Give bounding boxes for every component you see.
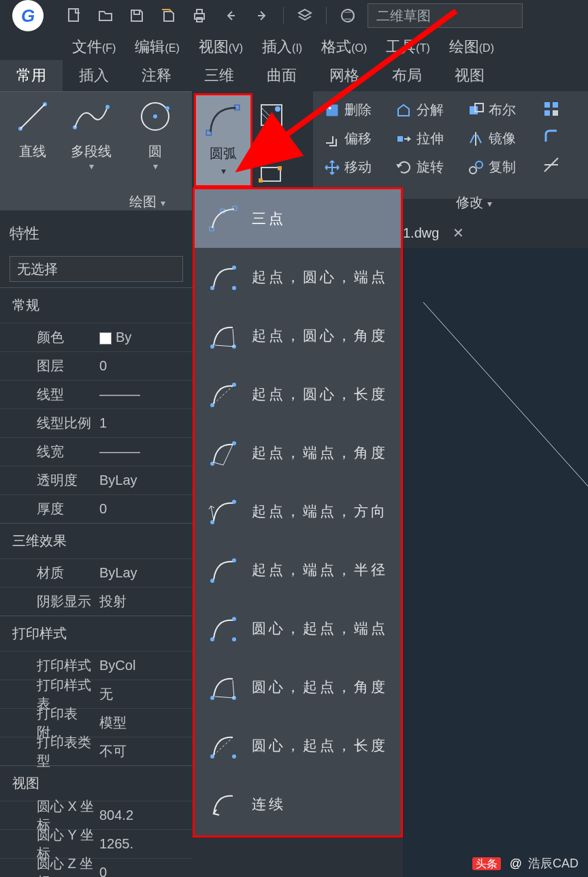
arc-cse[interactable]: 圆心，起点，端点 [195, 599, 401, 658]
arc-ser[interactable]: 起点，端点，半径 [195, 541, 401, 599]
prop-thickness[interactable]: 厚度0 [0, 494, 193, 523]
prop-shadow[interactable]: 阴影显示投射 [0, 587, 193, 616]
arc-dropdown: 三点 起点，圆心，端点 起点，圆心，角度 起点，圆心，长度 起点，端点，角度 起… [193, 187, 403, 838]
menu-file[interactable]: 文件(F) [68, 37, 120, 57]
menu-format[interactable]: 格式(O) [317, 37, 371, 57]
arc-csl-label: 圆心，起点，长度 [252, 736, 388, 755]
ellipse-icon[interactable] [257, 131, 287, 161]
tab-mesh[interactable]: 网格 [313, 60, 376, 91]
menu-tools[interactable]: 工具(T) [382, 37, 434, 57]
svg-rect-3 [197, 10, 202, 14]
offset-button[interactable]: 偏移 [324, 129, 372, 148]
tab-layout[interactable]: 布局 [376, 60, 438, 91]
close-icon[interactable]: ✕ [453, 225, 464, 241]
bool-button[interactable]: 布尔 [468, 101, 516, 119]
print-icon[interactable] [188, 4, 211, 27]
save-icon[interactable] [125, 4, 148, 27]
watermark-name: 浩辰CAD [528, 857, 578, 870]
undo-icon[interactable] [219, 4, 242, 27]
svg-rect-1 [134, 10, 140, 14]
svg-line-64 [233, 680, 234, 698]
app-logo: G [12, 0, 44, 31]
trim-icon[interactable] [543, 157, 561, 174]
arc-scl[interactable]: 起点，圆心，长度 [195, 365, 401, 424]
grid-icon[interactable] [543, 101, 561, 118]
redo-icon[interactable] [250, 4, 274, 27]
group-general[interactable]: 常规 [0, 287, 193, 323]
tab-home[interactable]: 常用 [0, 60, 63, 91]
workspace-select[interactable]: 二维草图 [368, 3, 523, 28]
prop-linetype[interactable]: 线型——— [0, 380, 193, 409]
selection-dropdown[interactable]: 无选择 [10, 256, 183, 282]
group-view[interactable]: 视图 [0, 765, 193, 801]
prop-transparency[interactable]: 透明度ByLay [0, 466, 193, 494]
new-icon[interactable] [63, 4, 86, 27]
document-tab[interactable]: 1.dwg ✕ [403, 221, 464, 245]
fillet-icon[interactable] [543, 128, 561, 146]
svg-point-41 [232, 286, 236, 290]
svg-rect-24 [278, 166, 282, 170]
svg-rect-25 [470, 106, 478, 114]
chevron-down-icon: ▾ [64, 161, 118, 172]
help-icon[interactable] [336, 4, 359, 27]
circle-button[interactable]: 圆 ▾ [135, 97, 176, 172]
copy-button[interactable]: 复制 [468, 158, 516, 176]
svg-point-29 [476, 161, 483, 168]
menu-edit[interactable]: 编辑(E) [131, 37, 183, 57]
tab-annotate[interactable]: 注释 [125, 60, 188, 91]
arc-scl-label: 起点，圆心，长度 [252, 385, 388, 404]
menu-view[interactable]: 视图(V) [195, 37, 247, 57]
menu-draw[interactable]: 绘图(D) [445, 37, 498, 57]
prop-layer[interactable]: 图层0 [0, 351, 193, 380]
arc-sca-label: 起点，圆心，角度 [252, 326, 388, 345]
line-button[interactable]: 直线 [11, 97, 54, 161]
arc-sea[interactable]: 起点，端点，角度 [195, 424, 401, 482]
arc-csa[interactable]: 圆心，起点，角度 [195, 658, 401, 716]
svg-point-10 [105, 105, 110, 109]
tab-view[interactable]: 视图 [438, 60, 501, 91]
drawing-canvas[interactable] [403, 248, 588, 877]
svg-line-44 [215, 345, 234, 347]
arc-csl[interactable]: 圆心，起点，长度 [195, 716, 401, 775]
svg-point-28 [470, 167, 476, 174]
arc-3points[interactable]: 三点 [195, 189, 401, 248]
rotate-button[interactable]: 旋转 [396, 158, 444, 176]
prop-ltscale[interactable]: 线型比例1 [0, 409, 193, 437]
mirror-button[interactable]: 镜像 [468, 129, 516, 148]
group-print[interactable]: 打印样式 [0, 616, 193, 651]
arc-sca[interactable]: 起点，圆心，角度 [195, 306, 401, 365]
polyline-button[interactable]: 多段线 ▾ [64, 97, 118, 172]
svg-line-63 [215, 697, 234, 698]
stretch-button[interactable]: 拉伸 [396, 129, 444, 148]
polyline-label: 多段线 [64, 142, 118, 161]
layers-icon[interactable] [293, 4, 316, 27]
tab-3d[interactable]: 三维 [188, 60, 250, 91]
arc-sce[interactable]: 起点，圆心，端点 [195, 248, 401, 306]
prop-pstyletype[interactable]: 打印表类型不可 [0, 737, 193, 765]
group-3d[interactable]: 三维效果 [0, 523, 193, 558]
arc-continue-label: 连续 [252, 795, 286, 814]
document-name: 1.dwg [403, 225, 439, 241]
properties-panel: 特性 无选择 常规 颜色By 图层0 线型——— 线型比例1 线宽——— 透明度… [0, 217, 193, 877]
prop-lineweight[interactable]: 线宽——— [0, 437, 193, 466]
explode-button[interactable]: 分解 [396, 101, 444, 119]
prop-color[interactable]: 颜色By [0, 323, 193, 351]
arc-button[interactable]: 圆弧 ▾ [194, 93, 252, 187]
modify-panel-label: 修改 ▾ [456, 193, 492, 212]
hatch-icon[interactable] [257, 101, 287, 131]
rectangle-icon[interactable] [257, 161, 287, 191]
tab-surface[interactable]: 曲面 [250, 60, 313, 91]
svg-line-17 [261, 113, 274, 125]
move-button[interactable]: 移动 [324, 158, 372, 176]
prop-material[interactable]: 材质ByLay [0, 558, 193, 587]
tab-insert[interactable]: 插入 [63, 60, 125, 91]
open-icon[interactable] [94, 4, 117, 27]
arc-continue[interactable]: 连续 [195, 775, 401, 833]
arc-sed[interactable]: 起点，端点，方向 [195, 482, 401, 541]
menu-insert[interactable]: 插入(I) [258, 37, 306, 57]
saveall-icon[interactable] [157, 4, 180, 27]
watermark-badge: 头条 [472, 857, 501, 870]
line-label: 直线 [11, 142, 54, 161]
prop-cz[interactable]: 圆心 Z 坐标0 [0, 858, 193, 877]
delete-button[interactable]: 删除 [324, 101, 372, 119]
